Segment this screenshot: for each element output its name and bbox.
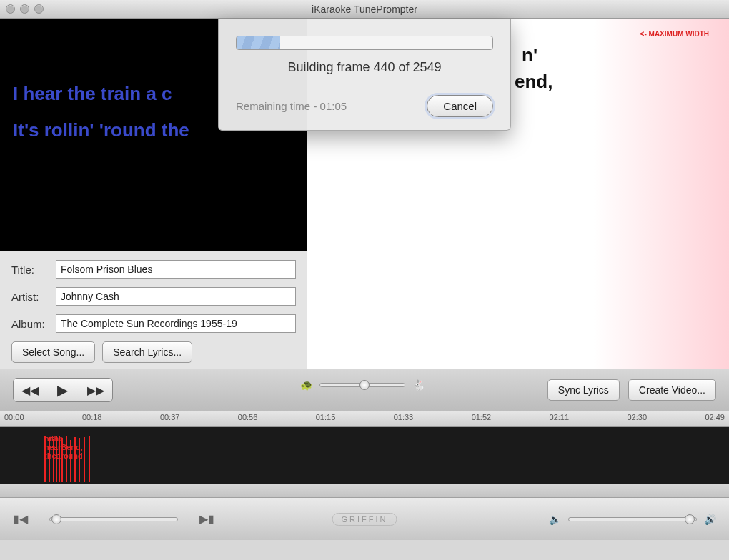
rabbit-icon: 🐇 (412, 379, 425, 391)
song-metadata-panel: Title: Artist: Album: Select Song... Sea… (0, 251, 307, 369)
progress-bar-fill (237, 36, 280, 49)
speed-slider-thumb[interactable] (359, 380, 370, 390)
play-icon: ▶ (57, 381, 68, 399)
timeline-ruler[interactable]: 00:0000:1800:3700:5601:1501:3301:5202:11… (0, 411, 729, 427)
timeline-tick: 02:11 (550, 413, 570, 421)
bottom-bar: ▮◀ ▶▮ GRIFFIN 🔈 🔊 (0, 497, 729, 540)
track-red-bars (44, 433, 94, 482)
timeline-panel: 00:0000:1800:3700:5601:1501:3301:5202:11… (0, 411, 729, 497)
timeline-tick: 00:00 (4, 413, 24, 421)
speed-slider[interactable] (319, 383, 405, 387)
forward-button[interactable]: ▶▶ (79, 379, 112, 401)
timeline-tick: 00:56 (238, 413, 258, 421)
timeline-tick: 01:33 (394, 413, 414, 421)
volume-area: 🔈 🔊 (549, 514, 716, 525)
artist-label: Artist: (11, 291, 56, 303)
timeline-tick: 00:18 (82, 413, 102, 421)
rewind-icon: ◀◀ (21, 384, 39, 397)
timeline-tick: 02:49 (705, 413, 725, 421)
volume-high-icon: 🔊 (704, 514, 716, 525)
export-range-slider[interactable] (49, 517, 178, 521)
volume-slider-thumb[interactable] (685, 514, 695, 524)
max-width-indicator (593, 19, 729, 369)
artist-field[interactable] (56, 287, 296, 306)
export-in-icon[interactable]: ▮◀ (13, 512, 28, 526)
max-width-label: <- MAXIMUM WIDTH (640, 30, 709, 38)
search-lyrics-button[interactable]: Search Lyrics... (102, 341, 192, 363)
album-label: Album: (11, 318, 56, 330)
timeline-tick: 00:37 (160, 413, 180, 421)
volume-slider[interactable] (568, 517, 697, 521)
title-field[interactable] (56, 260, 296, 279)
timeline-footer-strip (0, 484, 729, 497)
export-out-icon[interactable]: ▶▮ (199, 512, 214, 526)
timeline-tick: 01:52 (472, 413, 492, 421)
volume-low-icon: 🔈 (549, 514, 561, 525)
play-button[interactable]: ▶ (46, 379, 79, 401)
timeline-tick: 01:15 (316, 413, 336, 421)
cancel-button[interactable]: Cancel (427, 95, 493, 117)
progress-status-text: Building frame 440 of 2549 (236, 60, 493, 75)
select-song-button[interactable]: Select Song... (11, 341, 95, 363)
lyrics-track[interactable]: nithe hearBend, thearound (0, 427, 729, 484)
speed-slider-area: 🐢 🐇 (300, 379, 425, 391)
build-progress-dialog: Building frame 440 of 2549 Remaining tim… (218, 19, 511, 131)
turtle-icon: 🐢 (300, 379, 312, 391)
create-video-button[interactable]: Create Video... (628, 379, 716, 401)
title-label: Title: (11, 264, 56, 276)
window-titlebar: iKaraoke TunePrompter (0, 0, 729, 19)
transport-bar: ◀◀ ▶ ▶▶ 🐢 🐇 Sync Lyrics Create Video... (0, 369, 729, 411)
window-title: iKaraoke TunePrompter (0, 4, 729, 15)
remaining-time-text: Remaining time - 01:05 (236, 100, 347, 112)
transport-controls: ◀◀ ▶ ▶▶ (13, 378, 113, 402)
export-range-icons: ▮◀ ▶▮ (13, 512, 214, 526)
rewind-button[interactable]: ◀◀ (14, 379, 46, 401)
export-range-thumb[interactable] (51, 514, 61, 524)
album-field[interactable] (56, 314, 296, 333)
progress-bar (236, 36, 493, 50)
timeline-tick: 02:30 (628, 413, 648, 421)
sync-lyrics-button[interactable]: Sync Lyrics (547, 379, 620, 401)
forward-icon: ▶▶ (87, 384, 104, 397)
brand-logo: GRIFFIN (332, 513, 397, 526)
